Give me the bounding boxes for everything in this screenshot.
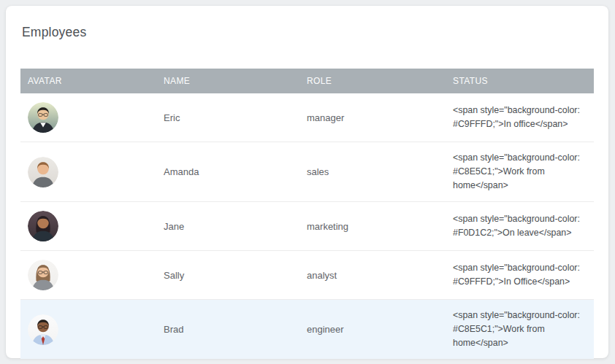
avatar <box>28 157 58 187</box>
status-cell: <span style="background-color: #C8E5C1;"… <box>446 300 594 360</box>
status-cell: <span style="background-color: #C9FFFD;"… <box>446 251 594 300</box>
table-row[interactable]: Brad engineer <span style="background-co… <box>20 300 594 360</box>
column-header-avatar: AVATAR <box>20 69 156 93</box>
name-cell: Eric <box>156 93 299 142</box>
page-title: Employees <box>6 6 608 39</box>
avatar-cell <box>20 93 156 142</box>
role-cell: analyst <box>299 251 446 300</box>
table-container: AVATAR NAME ROLE STATUS <box>20 69 594 359</box>
employees-table: AVATAR NAME ROLE STATUS <box>20 69 594 359</box>
column-header-name: NAME <box>156 69 299 93</box>
avatar <box>28 211 58 241</box>
role-cell: sales <box>299 142 446 202</box>
table-row[interactable]: Sally analyst <span style="background-co… <box>20 251 594 300</box>
name-cell: Jane <box>156 202 299 251</box>
avatar <box>28 102 58 133</box>
avatar-cell <box>20 300 156 360</box>
employees-card: Employees AVATAR NAME ROLE STATUS <box>6 6 608 358</box>
name-cell: Sally <box>156 251 299 300</box>
table-header-row: AVATAR NAME ROLE STATUS <box>20 69 594 93</box>
avatar-cell <box>20 142 156 202</box>
role-cell: marketing <box>299 202 446 251</box>
name-cell: Brad <box>156 300 299 360</box>
table-row[interactable]: Eric manager <span style="background-col… <box>20 93 594 142</box>
avatar <box>28 314 58 345</box>
avatar <box>28 260 58 290</box>
status-cell: <span style="background-color: #F0D1C2;"… <box>446 202 594 251</box>
table-header: AVATAR NAME ROLE STATUS <box>20 69 594 93</box>
role-cell: engineer <box>299 300 446 360</box>
avatar-cell <box>20 251 156 300</box>
status-cell: <span style="background-color: #C9FFFD;"… <box>446 93 594 142</box>
table-row[interactable]: Jane marketing <span style="background-c… <box>20 202 594 251</box>
role-cell: manager <box>299 93 446 142</box>
avatar-cell <box>20 202 156 251</box>
column-header-role: ROLE <box>299 69 446 93</box>
column-header-status: STATUS <box>446 69 594 93</box>
status-cell: <span style="background-color: #C8E5C1;"… <box>446 142 594 202</box>
name-cell: Amanda <box>156 142 299 202</box>
table-row[interactable]: Amanda sales <span style="background-col… <box>20 142 594 202</box>
